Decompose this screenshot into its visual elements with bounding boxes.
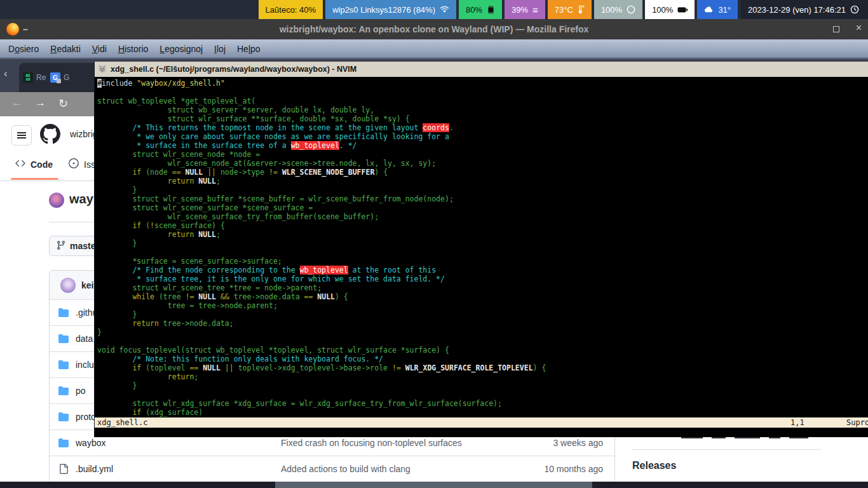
firefox-titlebar[interactable]: – wizbright/waybox: An openbox clone on … bbox=[0, 19, 868, 39]
menu-helpo[interactable]: Helpo bbox=[231, 41, 266, 57]
code-line: } bbox=[97, 381, 868, 390]
code-line: return tree->node.data; bbox=[97, 319, 868, 328]
maximize-button[interactable] bbox=[833, 26, 839, 32]
disk-segment: 100% bbox=[594, 0, 642, 19]
code-line: * we only care about surface nodes as we… bbox=[97, 132, 868, 141]
horizontal-scrollbar bbox=[0, 482, 868, 488]
folder-icon bbox=[58, 334, 69, 344]
code-line bbox=[97, 248, 868, 257]
code-line: struct wlr_scene_tree *tree = node->pare… bbox=[97, 283, 868, 292]
code-line: return NULL; bbox=[97, 177, 868, 186]
back-icon[interactable]: ← bbox=[11, 97, 22, 109]
temperature-segment: 73°C bbox=[548, 0, 592, 19]
wifi-segment: wlp2s0 Linksys12876 (84%) bbox=[325, 0, 456, 19]
code-line: #include "waybox/xdg_shell.h" bbox=[97, 79, 868, 88]
volume-label: Laŭteco: 40% bbox=[266, 5, 316, 15]
code-line bbox=[97, 390, 868, 399]
code-line bbox=[97, 337, 868, 346]
code-line: struct wlr_xdg_surface *xdg_surface = wl… bbox=[97, 399, 868, 408]
code-line: struct wlr_surface **surface, double *sx… bbox=[97, 114, 868, 123]
nvim-terminal[interactable]: #include "waybox/xdg_shell.h" struct wb_… bbox=[95, 77, 868, 417]
code-line bbox=[97, 88, 868, 97]
commit-message[interactable]: Added actions to build with clang bbox=[281, 464, 514, 474]
commit-message[interactable]: Fixed crash on focusing non-toplevel sur… bbox=[281, 438, 514, 448]
code-line: tree = tree->node.parent; bbox=[97, 301, 868, 310]
code-line: /* Find the node corresponding to the wb… bbox=[97, 266, 868, 274]
file-icon bbox=[58, 464, 69, 474]
reload-icon[interactable]: ↻ bbox=[58, 97, 68, 111]
github-logo-icon[interactable] bbox=[40, 124, 60, 144]
code-line: /* This returns the topmost node in the … bbox=[97, 123, 868, 132]
file-name[interactable]: .build.yml bbox=[76, 464, 281, 474]
code-line: } bbox=[97, 328, 868, 337]
code-line: * surface in the surface tree of a wb_to… bbox=[97, 141, 868, 150]
menu-historio[interactable]: Historio bbox=[112, 41, 154, 57]
menu-iloj[interactable]: Iloj bbox=[208, 41, 231, 57]
firefox-menubar: Dosiero Redakti Vidi Historio Legosignoj… bbox=[0, 39, 868, 59]
folder-icon bbox=[58, 412, 69, 422]
kitty-cat-icon bbox=[98, 64, 107, 75]
hamburger-icon bbox=[17, 135, 26, 136]
file-name[interactable]: waybox bbox=[76, 438, 281, 448]
sidebar-divider bbox=[632, 449, 821, 450]
code-line: wlr_scene_node_at(&server->scene->tree.n… bbox=[97, 159, 868, 168]
cpu-label: 80% bbox=[466, 5, 482, 15]
issues-icon bbox=[69, 158, 79, 170]
code-line: struct wlr_scene_surface *scene_surface … bbox=[97, 203, 868, 212]
google-translate-favicon: G bbox=[50, 72, 60, 83]
nvim-titlebar[interactable]: xdg_shell.c (~/Elŝutoj/programs/wayland/… bbox=[95, 62, 868, 77]
commit-author-avatar[interactable] bbox=[60, 278, 76, 293]
temperature-label: 73°C bbox=[555, 5, 573, 15]
nvim-command-line bbox=[95, 428, 868, 437]
disk-label: 100% bbox=[601, 5, 622, 15]
code-line: return NULL; bbox=[97, 230, 868, 239]
forward-icon[interactable]: → bbox=[35, 97, 46, 109]
tab-label: Re bbox=[36, 73, 46, 82]
thermometer-icon bbox=[578, 5, 585, 14]
clock-icon bbox=[850, 5, 859, 14]
code-icon bbox=[15, 158, 25, 170]
git-branch-icon bbox=[56, 240, 66, 252]
menu-redakti[interactable]: Redakti bbox=[44, 41, 86, 57]
folder-icon bbox=[58, 360, 69, 370]
circle-icon bbox=[627, 5, 635, 14]
code-line: return; bbox=[97, 372, 868, 381]
code-line: * surface tree, it is the only one for w… bbox=[97, 274, 868, 283]
horizontal-scrollbar-thumb[interactable] bbox=[275, 482, 592, 488]
menu-dosiero[interactable]: Dosiero bbox=[3, 41, 44, 57]
code-line: if (xdg_surface) bbox=[97, 408, 868, 417]
menu-legosignoj[interactable]: Legosignoj bbox=[154, 41, 208, 57]
weather-label: 31° bbox=[718, 5, 731, 15]
battery-label: 100% bbox=[652, 5, 673, 15]
commit-date: 10 months ago bbox=[514, 464, 614, 474]
desktop: Laŭteco: 40% wlp2s0 Linksys12876 (84%) 8… bbox=[0, 0, 868, 488]
commit-date: 3 weeks ago bbox=[514, 438, 614, 448]
code-line: struct wlr_scene_node *node = bbox=[97, 150, 868, 159]
hamburger-menu-button[interactable] bbox=[11, 125, 32, 146]
code-line: if (toplevel == NULL || toplevel->xdg_to… bbox=[97, 363, 868, 372]
tab-code[interactable]: Code bbox=[15, 158, 53, 170]
code-line: wlr_scene_surface_try_from_buffer(scene_… bbox=[97, 212, 868, 221]
clock-segment: 2023-12-29 (ven) 17:46:21 bbox=[741, 0, 868, 19]
tab-scroll-left-icon[interactable]: ‹ bbox=[4, 67, 8, 80]
memory-segment: 39% ≡ bbox=[505, 0, 545, 19]
folder-icon bbox=[58, 308, 69, 318]
weather-segment: 31° bbox=[697, 0, 738, 19]
battery-icon bbox=[677, 7, 688, 13]
close-button[interactable]: × bbox=[856, 22, 862, 34]
cpu-chip-icon bbox=[487, 6, 495, 14]
table-row[interactable]: .build.ymlAdded actions to build with cl… bbox=[50, 456, 614, 482]
code-line: void focus_toplevel(struct wb_toplevel *… bbox=[97, 346, 868, 355]
volume-segment: Laŭteco: 40% bbox=[259, 0, 323, 19]
wifi-label: wlp2s0 Linksys12876 (84%) bbox=[332, 5, 435, 15]
code-line: /* Note: this function only deals with k… bbox=[97, 355, 868, 363]
cloud-icon bbox=[704, 6, 714, 13]
code-line: if (!scene_surface) { bbox=[97, 221, 868, 230]
menu-vidi[interactable]: Vidi bbox=[86, 41, 112, 57]
cpu-segment: 80% bbox=[459, 0, 502, 19]
code-line: while (tree != NULL && tree->node.data =… bbox=[97, 292, 868, 301]
code-line: } bbox=[97, 310, 868, 319]
repo-owner-avatar[interactable] bbox=[49, 193, 64, 208]
nvim-window: xdg_shell.c (~/Elŝutoj/programs/wayland/… bbox=[94, 62, 868, 437]
clock-label: 2023-12-29 (ven) 17:46:21 bbox=[748, 5, 846, 15]
